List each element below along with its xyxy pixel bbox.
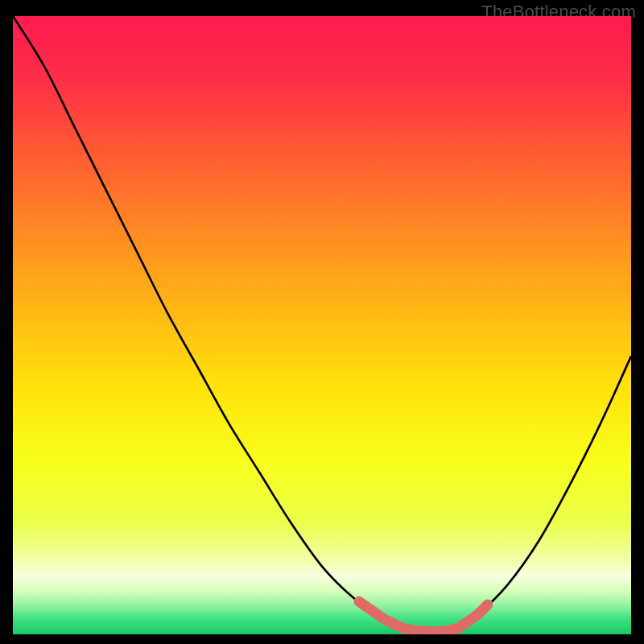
chart-stage: TheBottleneck.com [0, 0, 644, 644]
bottleneck-curve-plot [13, 16, 631, 634]
